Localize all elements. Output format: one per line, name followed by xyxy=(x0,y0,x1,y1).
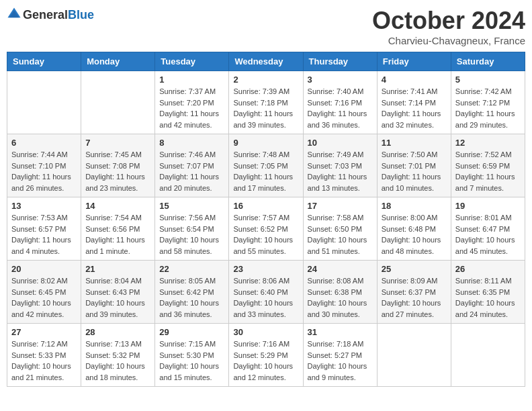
column-header-friday: Friday xyxy=(377,52,451,71)
calendar-cell: 26Sunrise: 8:11 AMSunset: 6:35 PMDayligh… xyxy=(451,261,525,324)
day-info: Sunrise: 7:56 AMSunset: 6:54 PMDaylight:… xyxy=(159,212,224,257)
month-title: October 2024 xyxy=(372,7,525,35)
day-number: 22 xyxy=(159,264,224,274)
day-number: 2 xyxy=(233,75,298,85)
logo-general: General xyxy=(23,8,68,21)
column-header-wednesday: Wednesday xyxy=(229,52,303,71)
day-info: Sunrise: 7:44 AMSunset: 7:10 PMDaylight:… xyxy=(11,149,77,193)
day-number: 14 xyxy=(85,201,150,211)
calendar-cell: 14Sunrise: 7:54 AMSunset: 6:56 PMDayligh… xyxy=(81,197,155,261)
day-info: Sunrise: 7:40 AMSunset: 7:16 PMDaylight:… xyxy=(308,86,373,130)
logo-text: GeneralBlue xyxy=(23,9,94,22)
day-info: Sunrise: 8:06 AMSunset: 6:40 PMDaylight:… xyxy=(233,275,298,320)
day-info: Sunrise: 7:12 AMSunset: 5:33 PMDaylight:… xyxy=(11,338,77,383)
calendar-week-2: 6Sunrise: 7:44 AMSunset: 7:10 PMDaylight… xyxy=(7,134,525,197)
calendar-cell: 9Sunrise: 7:48 AMSunset: 7:05 PMDaylight… xyxy=(229,134,303,197)
day-number: 6 xyxy=(11,138,77,148)
day-number: 23 xyxy=(233,264,298,274)
calendar-cell: 12Sunrise: 7:52 AMSunset: 6:59 PMDayligh… xyxy=(451,134,525,197)
calendar-cell: 24Sunrise: 8:08 AMSunset: 6:38 PMDayligh… xyxy=(303,261,377,324)
calendar-cell xyxy=(81,71,155,134)
column-header-thursday: Thursday xyxy=(303,52,377,71)
day-info: Sunrise: 7:57 AMSunset: 6:52 PMDaylight:… xyxy=(233,212,298,257)
day-number: 20 xyxy=(11,264,77,274)
day-number: 13 xyxy=(11,201,77,211)
calendar-cell: 17Sunrise: 7:58 AMSunset: 6:50 PMDayligh… xyxy=(303,197,377,261)
day-number: 21 xyxy=(85,264,150,274)
calendar-cell: 7Sunrise: 7:45 AMSunset: 7:08 PMDaylight… xyxy=(81,134,155,197)
day-number: 5 xyxy=(455,75,521,85)
location-subtitle: Charvieu-Chavagneux, France xyxy=(372,35,525,46)
calendar-cell: 23Sunrise: 8:06 AMSunset: 6:40 PMDayligh… xyxy=(229,261,303,324)
calendar-cell: 16Sunrise: 7:57 AMSunset: 6:52 PMDayligh… xyxy=(229,197,303,261)
day-info: Sunrise: 7:16 AMSunset: 5:29 PMDaylight:… xyxy=(233,338,298,383)
calendar-cell: 6Sunrise: 7:44 AMSunset: 7:10 PMDaylight… xyxy=(7,134,81,197)
day-number: 7 xyxy=(85,138,150,148)
day-number: 29 xyxy=(159,327,224,337)
day-number: 24 xyxy=(308,264,373,274)
calendar-cell: 30Sunrise: 7:16 AMSunset: 5:29 PMDayligh… xyxy=(229,324,303,387)
logo-icon xyxy=(7,7,21,21)
calendar-cell: 5Sunrise: 7:42 AMSunset: 7:12 PMDaylight… xyxy=(451,71,525,134)
day-info: Sunrise: 7:42 AMSunset: 7:12 PMDaylight:… xyxy=(455,86,521,130)
calendar-cell: 1Sunrise: 7:37 AMSunset: 7:20 PMDaylight… xyxy=(155,71,229,134)
day-number: 30 xyxy=(233,327,298,337)
day-info: Sunrise: 7:37 AMSunset: 7:20 PMDaylight:… xyxy=(159,86,224,130)
calendar-cell: 11Sunrise: 7:50 AMSunset: 7:01 PMDayligh… xyxy=(377,134,451,197)
calendar-cell: 19Sunrise: 8:01 AMSunset: 6:47 PMDayligh… xyxy=(451,197,525,261)
calendar-cell xyxy=(7,71,81,134)
day-number: 31 xyxy=(308,327,373,337)
calendar-cell: 31Sunrise: 7:18 AMSunset: 5:27 PMDayligh… xyxy=(303,324,377,387)
calendar-cell: 10Sunrise: 7:49 AMSunset: 7:03 PMDayligh… xyxy=(303,134,377,197)
calendar-week-5: 27Sunrise: 7:12 AMSunset: 5:33 PMDayligh… xyxy=(7,324,525,387)
day-number: 17 xyxy=(308,201,373,211)
day-info: Sunrise: 8:00 AMSunset: 6:48 PMDaylight:… xyxy=(382,212,447,257)
day-info: Sunrise: 8:04 AMSunset: 6:43 PMDaylight:… xyxy=(85,275,150,320)
day-number: 4 xyxy=(382,75,447,85)
day-number: 16 xyxy=(233,201,298,211)
calendar-table: SundayMondayTuesdayWednesdayThursdayFrid… xyxy=(7,52,525,387)
calendar-cell: 13Sunrise: 7:53 AMSunset: 6:57 PMDayligh… xyxy=(7,197,81,261)
calendar-cell: 8Sunrise: 7:46 AMSunset: 7:07 PMDaylight… xyxy=(155,134,229,197)
day-number: 1 xyxy=(159,75,224,85)
day-info: Sunrise: 7:48 AMSunset: 7:05 PMDaylight:… xyxy=(233,149,298,193)
calendar-cell: 3Sunrise: 7:40 AMSunset: 7:16 PMDaylight… xyxy=(303,71,377,134)
day-number: 27 xyxy=(11,327,77,337)
calendar-cell: 4Sunrise: 7:41 AMSunset: 7:14 PMDaylight… xyxy=(377,71,451,134)
calendar-cell: 22Sunrise: 8:05 AMSunset: 6:42 PMDayligh… xyxy=(155,261,229,324)
calendar-cell: 27Sunrise: 7:12 AMSunset: 5:33 PMDayligh… xyxy=(7,324,81,387)
column-header-saturday: Saturday xyxy=(451,52,525,71)
day-number: 25 xyxy=(382,264,447,274)
day-info: Sunrise: 7:50 AMSunset: 7:01 PMDaylight:… xyxy=(382,149,447,193)
column-header-monday: Monday xyxy=(81,52,155,71)
day-number: 8 xyxy=(159,138,224,148)
calendar-week-1: 1Sunrise: 7:37 AMSunset: 7:20 PMDaylight… xyxy=(7,71,525,134)
day-number: 3 xyxy=(308,75,373,85)
day-info: Sunrise: 8:08 AMSunset: 6:38 PMDaylight:… xyxy=(308,275,373,320)
day-info: Sunrise: 7:49 AMSunset: 7:03 PMDaylight:… xyxy=(308,149,373,193)
day-info: Sunrise: 7:53 AMSunset: 6:57 PMDaylight:… xyxy=(11,212,77,257)
day-info: Sunrise: 7:46 AMSunset: 7:07 PMDaylight:… xyxy=(159,149,224,193)
calendar-header-row: SundayMondayTuesdayWednesdayThursdayFrid… xyxy=(7,52,525,71)
calendar-cell: 18Sunrise: 8:00 AMSunset: 6:48 PMDayligh… xyxy=(377,197,451,261)
day-number: 26 xyxy=(455,264,521,274)
calendar-cell xyxy=(451,324,525,387)
calendar-week-3: 13Sunrise: 7:53 AMSunset: 6:57 PMDayligh… xyxy=(7,197,525,261)
day-info: Sunrise: 8:09 AMSunset: 6:37 PMDaylight:… xyxy=(382,275,447,320)
day-number: 12 xyxy=(455,138,521,148)
day-info: Sunrise: 7:58 AMSunset: 6:50 PMDaylight:… xyxy=(308,212,373,257)
logo: GeneralBlue xyxy=(7,7,94,24)
calendar-cell xyxy=(377,324,451,387)
day-info: Sunrise: 8:01 AMSunset: 6:47 PMDaylight:… xyxy=(455,212,521,257)
day-info: Sunrise: 7:52 AMSunset: 6:59 PMDaylight:… xyxy=(455,149,521,193)
day-number: 28 xyxy=(85,327,150,337)
day-number: 11 xyxy=(382,138,447,148)
day-info: Sunrise: 7:15 AMSunset: 5:30 PMDaylight:… xyxy=(159,338,224,383)
day-number: 10 xyxy=(308,138,373,148)
day-info: Sunrise: 7:54 AMSunset: 6:56 PMDaylight:… xyxy=(85,212,150,257)
day-info: Sunrise: 7:18 AMSunset: 5:27 PMDaylight:… xyxy=(308,338,373,383)
calendar-cell: 21Sunrise: 8:04 AMSunset: 6:43 PMDayligh… xyxy=(81,261,155,324)
page-header: GeneralBlue October 2024 Charvieu-Chavag… xyxy=(7,7,525,46)
day-info: Sunrise: 8:11 AMSunset: 6:35 PMDaylight:… xyxy=(455,275,521,320)
day-info: Sunrise: 7:39 AMSunset: 7:18 PMDaylight:… xyxy=(233,86,298,130)
